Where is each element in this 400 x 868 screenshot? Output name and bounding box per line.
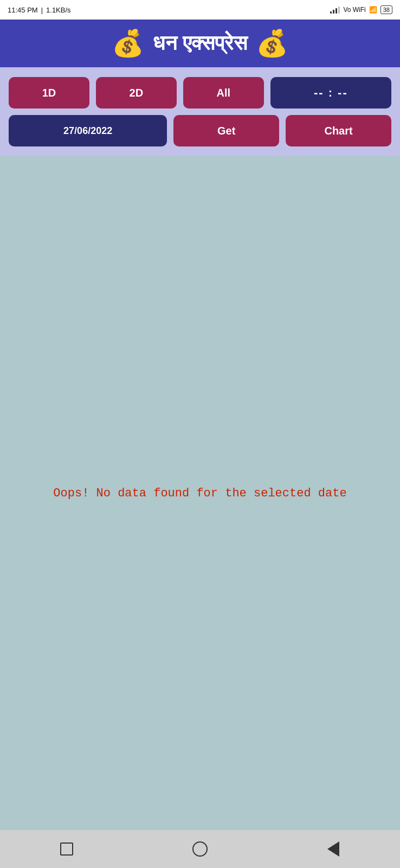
2d-button[interactable]: 2D xyxy=(96,77,177,108)
all-button[interactable]: All xyxy=(183,77,264,108)
back-triangle-icon xyxy=(327,841,339,857)
home-nav-button[interactable] xyxy=(186,835,214,863)
wifi-icon: 📶 xyxy=(369,6,377,14)
controls-row-1: 1D 2D All -- : -- xyxy=(9,77,391,108)
wifi-label: Vo WiFi xyxy=(343,6,365,14)
status-bar: 11:45 PM | 1.1KB/s Vo WiFi 📶 38 xyxy=(0,0,400,20)
status-left: 11:45 PM | 1.1KB/s xyxy=(8,6,71,14)
1d-button[interactable]: 1D xyxy=(9,77,89,108)
money-bag-right-icon: 💰 xyxy=(256,28,288,59)
back-nav-button[interactable] xyxy=(320,835,347,863)
app-header: 💰 धन एक्सप्रेस 💰 xyxy=(0,20,400,67)
controls-row-2: 27/06/2022 Get Chart xyxy=(9,115,391,146)
date-picker-button[interactable]: 27/06/2022 xyxy=(9,115,167,146)
circle-icon xyxy=(192,841,208,857)
separator: | xyxy=(41,6,43,14)
square-icon xyxy=(60,843,73,856)
controls-area: 1D 2D All -- : -- 27/06/2022 Get Chart xyxy=(0,67,400,156)
status-right: Vo WiFi 📶 38 xyxy=(330,5,392,14)
chart-button[interactable]: Chart xyxy=(286,115,391,146)
square-nav-button[interactable] xyxy=(53,835,80,863)
time-display-button[interactable]: -- : -- xyxy=(270,77,391,108)
network-speed: 1.1KB/s xyxy=(46,6,71,14)
no-data-message: Oops! No data found for the selected dat… xyxy=(21,484,379,502)
app-title: धन एक्सप्रेस xyxy=(153,31,248,55)
get-button[interactable]: Get xyxy=(173,115,279,146)
battery-indicator: 38 xyxy=(380,5,392,14)
time-display: 11:45 PM xyxy=(8,6,38,14)
bottom-navigation xyxy=(0,830,400,868)
signal-icon xyxy=(330,7,340,14)
main-content: Oops! No data found for the selected dat… xyxy=(0,156,400,830)
money-bag-left-icon: 💰 xyxy=(112,28,144,59)
